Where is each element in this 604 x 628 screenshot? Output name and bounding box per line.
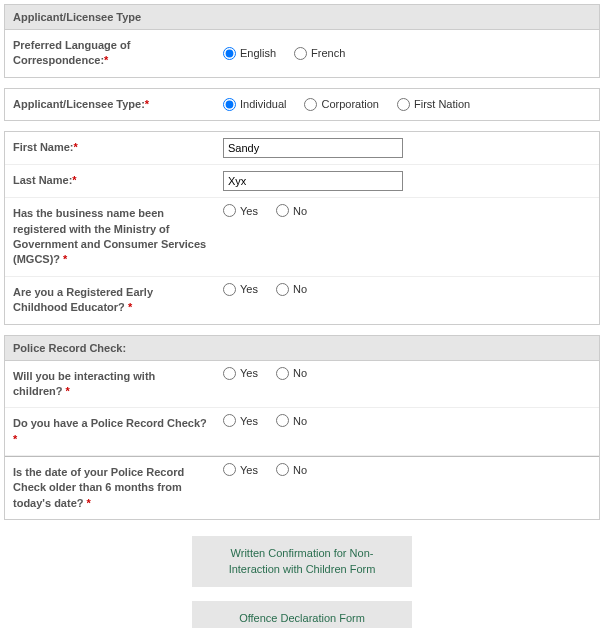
label-last-name: Last Name:* <box>5 165 215 197</box>
value-last-name <box>215 165 599 197</box>
radio-mgcs-no[interactable]: No <box>276 204 307 217</box>
value-interact-children: Yes No <box>215 361 599 408</box>
section-header-police-record: Police Record Check: <box>5 336 599 361</box>
label-mgcs: Has the business name been registered wi… <box>5 198 215 276</box>
radio-individual[interactable]: Individual <box>223 98 286 111</box>
radio-rece-no-input[interactable] <box>276 283 289 296</box>
radio-prc-no-input[interactable] <box>276 414 289 427</box>
radio-mgcs-yes[interactable]: Yes <box>223 204 258 217</box>
radio-mgcs-yes-input[interactable] <box>223 204 236 217</box>
radio-prcdate-no[interactable]: No <box>276 463 307 476</box>
radio-first-nation[interactable]: First Nation <box>397 98 470 111</box>
radio-prcdate-yes-input[interactable] <box>223 463 236 476</box>
row-last-name: Last Name:* <box>5 165 599 198</box>
applicant-type-section: Applicant/Licensee Type Preferred Langua… <box>4 4 600 78</box>
radio-mgcs-no-input[interactable] <box>276 204 289 217</box>
label-applicant-type: Applicant/Licensee Type:* <box>5 89 215 120</box>
radio-english[interactable]: English <box>223 47 276 60</box>
last-name-input[interactable] <box>223 171 403 191</box>
label-have-prc: Do you have a Police Record Check? * <box>5 408 215 455</box>
radio-rece-no[interactable]: No <box>276 283 307 296</box>
radio-rece-yes-input[interactable] <box>223 283 236 296</box>
label-rece: Are you a Registered Early Childhood Edu… <box>5 277 215 324</box>
radio-prc-yes[interactable]: Yes <box>223 414 258 427</box>
row-first-name: First Name:* <box>5 132 599 165</box>
radio-corporation[interactable]: Corporation <box>304 98 378 111</box>
radio-individual-input[interactable] <box>223 98 236 111</box>
row-interact-children: Will you be interacting with children? *… <box>5 361 599 409</box>
value-have-prc: Yes No <box>215 408 599 455</box>
radio-french[interactable]: French <box>294 47 345 60</box>
label-interact-children: Will you be interacting with children? * <box>5 361 215 408</box>
label-language: Preferred Language of Correspondence:* <box>5 30 215 77</box>
label-first-name: First Name:* <box>5 132 215 164</box>
radio-corporation-input[interactable] <box>304 98 317 111</box>
radio-first-nation-input[interactable] <box>397 98 410 111</box>
non-interaction-form-button[interactable]: Written Confirmation for Non-Interaction… <box>192 536 412 587</box>
row-language: Preferred Language of Correspondence:* E… <box>5 30 599 77</box>
police-record-section: Police Record Check: Will you be interac… <box>4 335 600 521</box>
first-name-input[interactable] <box>223 138 403 158</box>
radio-prcdate-no-input[interactable] <box>276 463 289 476</box>
value-rece: Yes No <box>215 277 599 324</box>
radio-prc-no[interactable]: No <box>276 414 307 427</box>
value-applicant-type: Individual Corporation First Nation <box>215 89 599 120</box>
radio-rece-yes[interactable]: Yes <box>223 283 258 296</box>
row-prc-date: Is the date of your Police Record Check … <box>5 456 599 519</box>
applicant-name-section: First Name:* Last Name:* Has the busines… <box>4 131 600 324</box>
section-header-applicant-type: Applicant/Licensee Type <box>5 5 599 30</box>
radio-prcdate-yes[interactable]: Yes <box>223 463 258 476</box>
radio-interact-yes[interactable]: Yes <box>223 367 258 380</box>
row-applicant-type: Applicant/Licensee Type:* Individual Cor… <box>5 89 599 120</box>
value-language: English French <box>215 30 599 77</box>
applicant-details-section: Applicant/Licensee Type:* Individual Cor… <box>4 88 600 121</box>
label-prc-date: Is the date of your Police Record Check … <box>5 457 215 519</box>
radio-prc-yes-input[interactable] <box>223 414 236 427</box>
row-rece: Are you a Registered Early Childhood Edu… <box>5 277 599 324</box>
offence-declaration-form-button[interactable]: Offence Declaration Form <box>192 601 412 628</box>
value-first-name <box>215 132 599 164</box>
form-link-buttons: Written Confirmation for Non-Interaction… <box>4 536 600 628</box>
value-prc-date: Yes No <box>215 457 599 519</box>
row-have-prc: Do you have a Police Record Check? * Yes… <box>5 408 599 456</box>
radio-interact-yes-input[interactable] <box>223 367 236 380</box>
radio-interact-no[interactable]: No <box>276 367 307 380</box>
radio-english-input[interactable] <box>223 47 236 60</box>
radio-interact-no-input[interactable] <box>276 367 289 380</box>
row-mgcs: Has the business name been registered wi… <box>5 198 599 277</box>
radio-french-input[interactable] <box>294 47 307 60</box>
value-mgcs: Yes No <box>215 198 599 276</box>
